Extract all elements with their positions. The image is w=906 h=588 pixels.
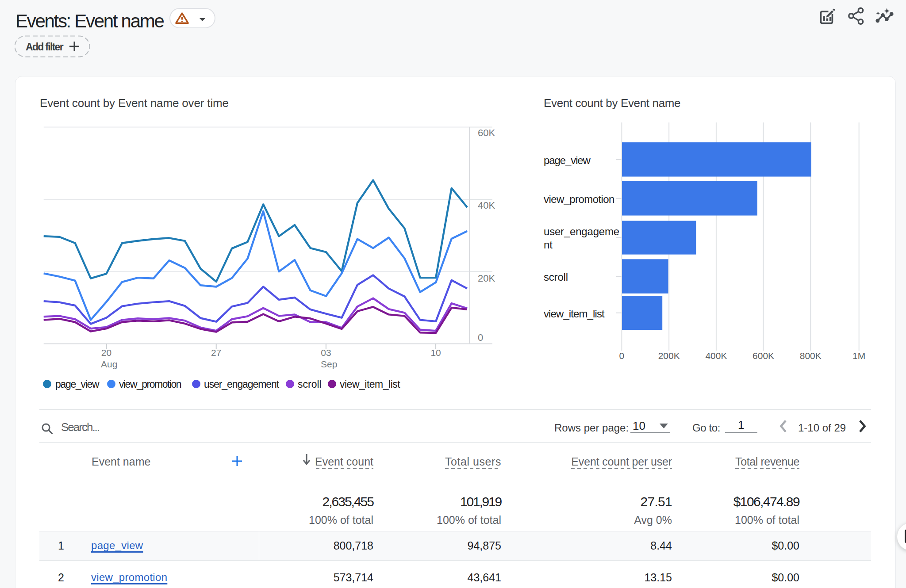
svg-text:0: 0 (478, 332, 483, 343)
svg-text:60K: 60K (478, 127, 495, 138)
svg-text:600K: 600K (752, 351, 774, 361)
svg-text:20K: 20K (478, 273, 495, 284)
svg-text:20: 20 (101, 347, 111, 358)
svg-text:1M: 1M (852, 351, 865, 361)
svg-text:Aug: Aug (101, 359, 117, 369)
svg-text:800K: 800K (800, 351, 822, 361)
svg-text:27: 27 (211, 347, 221, 358)
svg-text:200K: 200K (658, 351, 680, 361)
svg-text:03: 03 (321, 347, 331, 358)
svg-text:0: 0 (619, 351, 625, 361)
svg-text:400K: 400K (705, 351, 727, 361)
svg-text:40K: 40K (478, 200, 495, 211)
svg-text:10: 10 (430, 347, 441, 358)
svg-text:Sep: Sep (321, 359, 337, 369)
